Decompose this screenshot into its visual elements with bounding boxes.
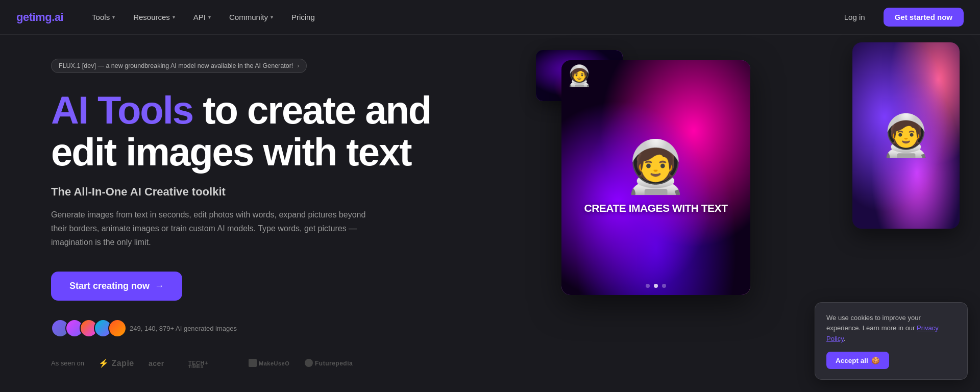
cookie-text: We use cookies to improve your experienc… [826,313,956,345]
svg-text:Futurepedia: Futurepedia [315,360,353,367]
social-count-text: 249, 140, 879+ AI generated images [130,325,237,332]
hero-subtitle: The All-In-One AI Creative toolkit [51,185,490,199]
nav-item-resources[interactable]: Resources ▾ [125,9,183,26]
brand-makeuseof: MakeUseOf [249,358,289,368]
carousel-dots [646,284,666,288]
main-image-text: CREATE IMAGES WITH TEXT [584,202,728,214]
nav-links: Tools ▾ Resources ▾ API ▾ Community ▾ Pr… [84,9,834,26]
hero-description: Generate images from text in seconds, ed… [51,208,383,250]
nav-item-tools[interactable]: Tools ▾ [84,9,123,26]
hero-title-accent: AI Tools [51,88,193,132]
right-image-content: 🧑‍🚀 [852,42,960,229]
brand-zapier: ⚡ Zapier [99,358,134,368]
chevron-down-icon: ▾ [173,14,175,20]
dot-1[interactable] [646,284,650,288]
announcement-badge[interactable]: FLUX.1 [dev] — a new groundbreaking AI m… [51,59,307,73]
avatar-group [51,319,122,337]
nav-item-api[interactable]: API ▾ [185,9,219,26]
chevron-down-icon: ▾ [271,14,273,20]
nav-item-community[interactable]: Community ▾ [221,9,281,26]
svg-point-6 [305,359,313,367]
cookie-period: . [844,335,846,342]
brand-acer: acer [149,358,174,368]
svg-text:MakeUseOf: MakeUseOf [259,360,289,366]
login-button[interactable]: Log in [834,9,875,26]
start-creating-label: Start creating now [69,281,150,291]
arrow-right-icon: › [297,62,299,69]
brand-logos: ⚡ Zapier acer TECH+TIMES MakeUseOf [99,358,355,368]
nav-label-community: Community [229,13,268,21]
chevron-down-icon: ▾ [112,14,115,20]
dot-3[interactable] [662,284,666,288]
astronaut-icon: 🧑‍🚀 [567,64,592,88]
accept-cookies-button[interactable]: Accept all 🍪 [826,352,889,369]
get-started-button[interactable]: Get started now [884,8,964,27]
logo-text: getimg.ai [16,11,63,23]
cookie-text-before: We use cookies to improve your experienc… [826,314,921,332]
nav-label-resources: Resources [133,13,170,21]
svg-text:TIMES: TIMES [188,364,204,368]
arrow-right-icon: → [155,281,164,291]
as-seen-label: As seen on [51,359,84,367]
social-proof: 249, 140, 879+ AI generated images [51,319,490,337]
nav-item-pricing[interactable]: Pricing [283,9,323,26]
chevron-down-icon: ▾ [208,14,211,20]
svg-text:⚡ Zapier: ⚡ Zapier [99,358,134,368]
cookie-icon: 🍪 [871,356,880,364]
start-creating-button[interactable]: Start creating now → [51,272,182,301]
nav-label-tools: Tools [92,13,110,21]
nav-right: Log in Get started now [834,8,964,27]
dot-2[interactable] [654,284,658,288]
nav-label-api: API [193,13,206,21]
logo[interactable]: getimg.ai [16,11,63,24]
cookie-banner: We use cookies to improve your experienc… [815,302,968,380]
hero-image-main: 🧑‍🚀 CREATE IMAGES WITH TEXT [561,60,750,295]
svg-rect-4 [249,359,257,367]
announcement-text: FLUX.1 [dev] — a new groundbreaking AI m… [59,62,293,69]
brand-futurepedia: Futurepedia [304,358,355,368]
astronaut-right-icon: 🧑‍🚀 [880,112,932,160]
hero-title: AI Tools to create and edit images with … [51,89,490,173]
brand-techtimes: TECH+TIMES [188,358,234,368]
main-astronaut-icon: 🧑‍🚀 [584,141,728,192]
as-seen-section: As seen on ⚡ Zapier acer TECH+TIMES Make… [51,358,490,368]
navbar: getimg.ai Tools ▾ Resources ▾ API ▾ Comm… [0,0,980,35]
avatar [108,319,127,337]
nav-label-pricing: Pricing [291,13,315,21]
accept-label: Accept all [836,357,868,364]
svg-text:acer: acer [149,359,164,368]
hero-content: FLUX.1 [dev] — a new groundbreaking AI m… [51,59,490,369]
hero-image-right: 🧑‍🚀 [852,42,960,229]
